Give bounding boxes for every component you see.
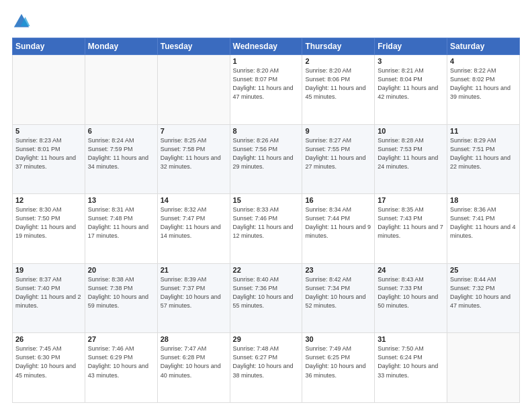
day-info: Sunrise: 8:42 AM Sunset: 7:34 PM Dayligh… [305, 275, 371, 310]
day-number: 14 [161, 196, 227, 204]
day-number: 26 [15, 335, 82, 343]
day-number: 28 [161, 335, 227, 343]
day-info: Sunrise: 8:44 AM Sunset: 7:32 PM Dayligh… [450, 275, 517, 310]
day-info: Sunrise: 8:38 AM Sunset: 7:38 PM Dayligh… [88, 275, 154, 310]
logo-icon [12, 12, 31, 31]
day-info: Sunrise: 8:32 AM Sunset: 7:47 PM Dayligh… [161, 205, 227, 240]
day-info: Sunrise: 8:27 AM Sunset: 7:55 PM Dayligh… [305, 136, 371, 171]
calendar-day-header: Monday [85, 38, 157, 55]
calendar-cell: 21Sunrise: 8:39 AM Sunset: 7:37 PM Dayli… [157, 263, 230, 333]
day-info: Sunrise: 8:28 AM Sunset: 7:53 PM Dayligh… [378, 136, 444, 171]
day-info: Sunrise: 8:39 AM Sunset: 7:37 PM Dayligh… [161, 275, 227, 310]
calendar-cell: 23Sunrise: 8:42 AM Sunset: 7:34 PM Dayli… [302, 263, 375, 333]
day-info: Sunrise: 7:47 AM Sunset: 6:28 PM Dayligh… [161, 345, 227, 379]
calendar-cell: 15Sunrise: 8:33 AM Sunset: 7:46 PM Dayli… [230, 194, 302, 264]
calendar-week-row: 1Sunrise: 8:20 AM Sunset: 8:07 PM Daylig… [13, 55, 520, 125]
calendar-cell: 31Sunrise: 7:50 AM Sunset: 6:24 PM Dayli… [375, 333, 447, 403]
calendar-cell: 3Sunrise: 8:21 AM Sunset: 8:04 PM Daylig… [375, 55, 447, 125]
calendar-day-header: Wednesday [230, 38, 302, 55]
calendar-cell: 6Sunrise: 8:24 AM Sunset: 7:59 PM Daylig… [85, 124, 157, 194]
calendar-cell: 8Sunrise: 8:26 AM Sunset: 7:56 PM Daylig… [230, 124, 302, 194]
calendar-cell [157, 55, 230, 125]
day-number: 13 [88, 196, 154, 204]
day-info: Sunrise: 7:49 AM Sunset: 6:25 PM Dayligh… [305, 345, 371, 379]
calendar-cell: 30Sunrise: 7:49 AM Sunset: 6:25 PM Dayli… [302, 333, 375, 403]
calendar-cell: 13Sunrise: 8:31 AM Sunset: 7:48 PM Dayli… [85, 194, 157, 264]
calendar-cell: 22Sunrise: 8:40 AM Sunset: 7:36 PM Dayli… [230, 263, 302, 333]
day-info: Sunrise: 8:22 AM Sunset: 8:02 PM Dayligh… [450, 66, 517, 101]
calendar-cell: 29Sunrise: 7:48 AM Sunset: 6:27 PM Dayli… [230, 333, 302, 403]
calendar-header-row: SundayMondayTuesdayWednesdayThursdayFrid… [13, 38, 520, 55]
calendar-cell: 7Sunrise: 8:25 AM Sunset: 7:58 PM Daylig… [157, 124, 230, 194]
day-number: 16 [305, 196, 371, 204]
day-number: 3 [378, 57, 444, 65]
day-number: 25 [450, 266, 517, 274]
day-info: Sunrise: 8:43 AM Sunset: 7:33 PM Dayligh… [378, 275, 444, 310]
calendar-day-header: Tuesday [157, 38, 230, 55]
calendar-cell: 27Sunrise: 7:46 AM Sunset: 6:29 PM Dayli… [85, 333, 157, 403]
day-info: Sunrise: 7:48 AM Sunset: 6:27 PM Dayligh… [233, 345, 300, 379]
day-number: 29 [233, 335, 300, 343]
day-info: Sunrise: 8:40 AM Sunset: 7:36 PM Dayligh… [233, 275, 300, 310]
day-number: 30 [305, 335, 371, 343]
day-number: 19 [15, 266, 82, 274]
calendar-cell: 12Sunrise: 8:30 AM Sunset: 7:50 PM Dayli… [13, 194, 85, 264]
day-info: Sunrise: 8:21 AM Sunset: 8:04 PM Dayligh… [378, 66, 444, 101]
day-info: Sunrise: 8:20 AM Sunset: 8:06 PM Dayligh… [305, 66, 371, 101]
day-number: 24 [378, 266, 444, 274]
calendar-day-header: Saturday [447, 38, 520, 55]
day-info: Sunrise: 8:30 AM Sunset: 7:50 PM Dayligh… [15, 205, 82, 240]
calendar-week-row: 5Sunrise: 8:23 AM Sunset: 8:01 PM Daylig… [13, 124, 520, 194]
day-number: 5 [15, 127, 82, 135]
calendar-cell [85, 55, 157, 125]
calendar-cell: 25Sunrise: 8:44 AM Sunset: 7:32 PM Dayli… [447, 263, 520, 333]
day-number: 1 [233, 57, 300, 65]
day-info: Sunrise: 8:33 AM Sunset: 7:46 PM Dayligh… [233, 205, 300, 240]
calendar-week-row: 12Sunrise: 8:30 AM Sunset: 7:50 PM Dayli… [13, 194, 520, 264]
calendar-cell: 2Sunrise: 8:20 AM Sunset: 8:06 PM Daylig… [302, 55, 375, 125]
day-number: 9 [305, 127, 371, 135]
day-number: 7 [161, 127, 227, 135]
day-info: Sunrise: 8:36 AM Sunset: 7:41 PM Dayligh… [450, 205, 517, 240]
day-number: 23 [305, 266, 371, 274]
calendar-cell [447, 333, 520, 403]
calendar-week-row: 26Sunrise: 7:45 AM Sunset: 6:30 PM Dayli… [13, 333, 520, 403]
day-info: Sunrise: 8:26 AM Sunset: 7:56 PM Dayligh… [233, 136, 300, 171]
calendar-cell: 24Sunrise: 8:43 AM Sunset: 7:33 PM Dayli… [375, 263, 447, 333]
calendar-cell: 10Sunrise: 8:28 AM Sunset: 7:53 PM Dayli… [375, 124, 447, 194]
calendar-day-header: Friday [375, 38, 447, 55]
calendar-day-header: Thursday [302, 38, 375, 55]
day-number: 15 [233, 196, 300, 204]
calendar-cell: 16Sunrise: 8:34 AM Sunset: 7:44 PM Dayli… [302, 194, 375, 264]
day-number: 10 [378, 127, 444, 135]
calendar-cell: 14Sunrise: 8:32 AM Sunset: 7:47 PM Dayli… [157, 194, 230, 264]
day-info: Sunrise: 7:46 AM Sunset: 6:29 PM Dayligh… [88, 345, 154, 379]
day-info: Sunrise: 8:37 AM Sunset: 7:40 PM Dayligh… [15, 275, 82, 310]
day-info: Sunrise: 8:24 AM Sunset: 7:59 PM Dayligh… [88, 136, 154, 171]
day-number: 6 [88, 127, 154, 135]
day-number: 22 [233, 266, 300, 274]
day-info: Sunrise: 8:34 AM Sunset: 7:44 PM Dayligh… [305, 205, 371, 240]
day-number: 17 [378, 196, 444, 204]
day-info: Sunrise: 8:29 AM Sunset: 7:51 PM Dayligh… [450, 136, 517, 171]
day-info: Sunrise: 8:23 AM Sunset: 8:01 PM Dayligh… [15, 136, 82, 171]
calendar-week-row: 19Sunrise: 8:37 AM Sunset: 7:40 PM Dayli… [13, 263, 520, 333]
day-number: 20 [88, 266, 154, 274]
day-number: 8 [233, 127, 300, 135]
day-info: Sunrise: 8:31 AM Sunset: 7:48 PM Dayligh… [88, 205, 154, 240]
calendar-cell: 17Sunrise: 8:35 AM Sunset: 7:43 PM Dayli… [375, 194, 447, 264]
day-info: Sunrise: 7:50 AM Sunset: 6:24 PM Dayligh… [378, 345, 444, 379]
calendar-cell: 9Sunrise: 8:27 AM Sunset: 7:55 PM Daylig… [302, 124, 375, 194]
calendar-cell: 4Sunrise: 8:22 AM Sunset: 8:02 PM Daylig… [447, 55, 520, 125]
day-number: 11 [450, 127, 517, 135]
day-info: Sunrise: 8:35 AM Sunset: 7:43 PM Dayligh… [378, 205, 444, 240]
day-info: Sunrise: 8:25 AM Sunset: 7:58 PM Dayligh… [161, 136, 227, 171]
day-number: 31 [378, 335, 444, 343]
calendar: SundayMondayTuesdayWednesdayThursdayFrid… [12, 38, 520, 403]
day-info: Sunrise: 7:45 AM Sunset: 6:30 PM Dayligh… [15, 345, 82, 379]
day-number: 18 [450, 196, 517, 204]
day-number: 4 [450, 57, 517, 65]
calendar-cell [13, 55, 85, 125]
day-number: 21 [161, 266, 227, 274]
page: SundayMondayTuesdayWednesdayThursdayFrid… [0, 0, 532, 411]
